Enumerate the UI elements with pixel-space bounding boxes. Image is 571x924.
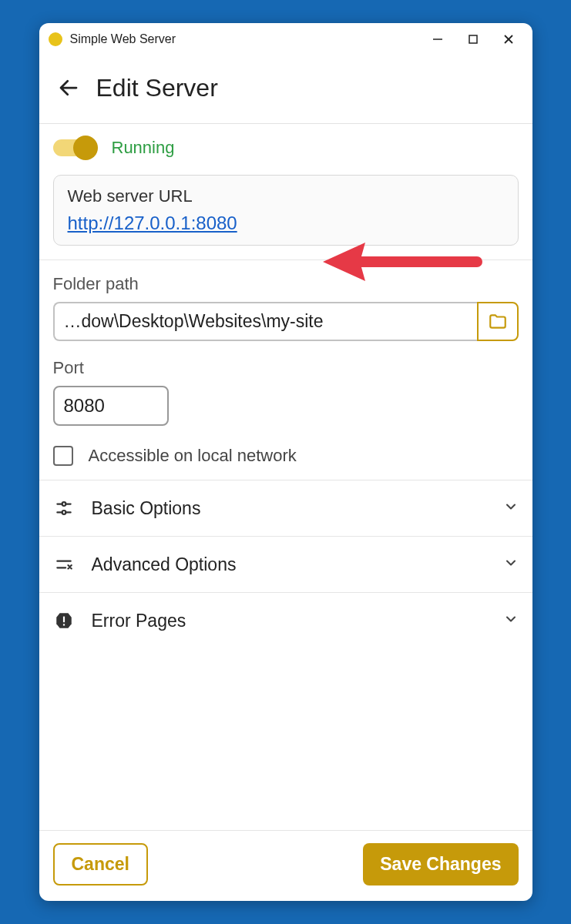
local-network-label: Accessible on local network — [89, 446, 297, 466]
basic-options-label: Basic Options — [92, 498, 503, 519]
page-header: Edit Server — [39, 55, 532, 123]
app-icon — [49, 32, 62, 46]
save-button[interactable]: Save Changes — [363, 843, 518, 886]
running-toggle[interactable] — [53, 139, 96, 156]
status-label: Running — [112, 138, 175, 158]
server-url-link[interactable]: http://127.0.0.1:8080 — [68, 213, 237, 234]
folder-label: Folder path — [53, 274, 519, 294]
folder-icon — [488, 312, 508, 332]
cancel-button[interactable]: Cancel — [53, 843, 148, 886]
error-pages-label: Error Pages — [92, 611, 503, 631]
status-row: Running — [53, 138, 519, 158]
toggle-knob — [73, 136, 98, 160]
close-button[interactable] — [491, 23, 526, 55]
window-controls — [420, 23, 526, 55]
app-window: Simple Web Server Edit Server — [39, 23, 532, 901]
sliders-icon — [53, 497, 75, 519]
folder-port-section: Folder path Port Accessible on local net… — [39, 260, 532, 480]
svg-rect-8 — [62, 624, 64, 625]
svg-point-4 — [62, 502, 65, 506]
basic-options-row[interactable]: Basic Options — [39, 480, 532, 537]
folder-row — [53, 302, 519, 341]
choose-folder-button[interactable] — [477, 302, 519, 341]
svg-rect-1 — [469, 35, 477, 43]
url-label: Web server URL — [68, 186, 504, 206]
svg-rect-7 — [62, 617, 64, 623]
chevron-down-icon — [503, 499, 519, 517]
maximize-button[interactable] — [455, 23, 491, 55]
advanced-options-row[interactable]: Advanced Options — [39, 537, 532, 593]
local-network-row: Accessible on local network — [53, 446, 519, 466]
advanced-icon — [53, 554, 75, 575]
url-card: Web server URL http://127.0.0.1:8080 — [53, 175, 519, 246]
status-section: Running Web server URL http://127.0.0.1:… — [39, 124, 532, 260]
local-network-checkbox[interactable] — [53, 446, 73, 466]
svg-point-5 — [62, 511, 65, 514]
footer: Cancel Save Changes — [39, 830, 532, 901]
minimize-button[interactable] — [420, 23, 455, 55]
error-pages-row[interactable]: Error Pages — [39, 593, 532, 648]
chevron-down-icon — [503, 611, 519, 630]
back-button[interactable] — [53, 72, 84, 103]
chevron-down-icon — [503, 555, 519, 574]
port-input[interactable] — [53, 386, 169, 426]
error-icon — [53, 610, 75, 631]
window-title: Simple Web Server — [70, 32, 420, 46]
content-scroll[interactable]: Running Web server URL http://127.0.0.1:… — [39, 123, 532, 830]
titlebar: Simple Web Server — [39, 23, 532, 55]
folder-path-input[interactable] — [53, 302, 477, 341]
arrow-left-icon — [57, 76, 80, 99]
port-label: Port — [53, 358, 519, 378]
advanced-options-label: Advanced Options — [92, 554, 503, 575]
page-title: Edit Server — [96, 74, 218, 102]
